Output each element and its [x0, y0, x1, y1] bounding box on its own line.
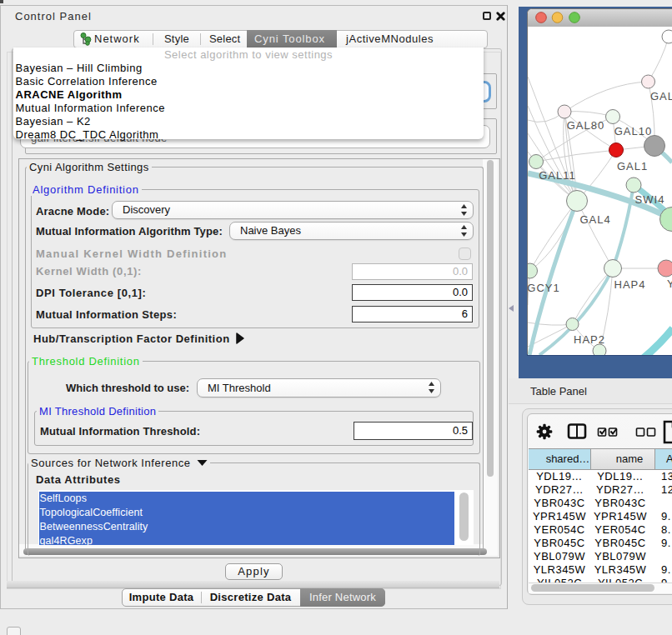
svg-text:HAP4: HAP4 [614, 278, 646, 291]
svg-text:SWI4: SWI4 [635, 193, 665, 206]
svg-text:GAL80: GAL80 [567, 119, 604, 132]
svg-text:GAL11: GAL11 [539, 169, 576, 182]
svg-text:GAL10: GAL10 [614, 125, 652, 138]
svg-text:GCY1: GCY1 [528, 282, 560, 294]
svg-text:GAL4: GAL4 [579, 213, 610, 226]
svg-text:GAL1: GAL1 [617, 160, 648, 172]
svg-text:GAL2: GAL2 [650, 90, 672, 102]
svg-text:HAP2: HAP2 [574, 333, 605, 346]
svg-text:YD: YD [667, 278, 672, 290]
